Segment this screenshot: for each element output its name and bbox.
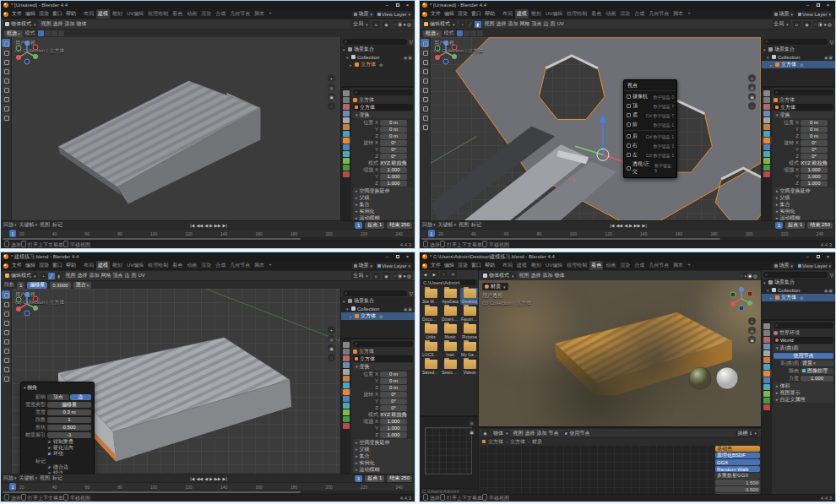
viewport-3d[interactable]: 材质 用户透视 (1) Collection | 立方体 + ◎ bbox=[479, 280, 761, 426]
active-tool-dropdown[interactable]: 框选 bbox=[423, 30, 442, 37]
camera-view-icon[interactable]: ▣ bbox=[328, 344, 335, 352]
material-setting-row[interactable]: 多重散射GGX bbox=[715, 473, 760, 479]
file-path-field[interactable]: C:\Users\Admin\ bbox=[421, 279, 476, 285]
bevel-checkbox[interactable]: ✓锐边 bbox=[47, 470, 91, 474]
camera-view-icon[interactable]: ▣ bbox=[748, 93, 756, 100]
timeline-view-menu[interactable]: 视图 bbox=[40, 474, 50, 482]
material-setting-row[interactable]: Random Walk bbox=[715, 466, 760, 472]
scene-selector[interactable]: 场景 bbox=[352, 11, 374, 18]
segments-field[interactable]: 1 bbox=[17, 282, 24, 289]
ortho-toggle-icon[interactable]: ∷ bbox=[328, 354, 335, 361]
bevel-value-field[interactable]: 1 bbox=[47, 417, 91, 423]
viewport-menu[interactable]: 添加 bbox=[542, 273, 554, 278]
properties-tab-icon[interactable] bbox=[343, 165, 350, 171]
outliner-object-row[interactable]: ▸立方体⚙ bbox=[341, 312, 415, 320]
viewport-menu[interactable]: 顶点 bbox=[531, 21, 543, 26]
bevel-value-field[interactable]: 0.3 m bbox=[47, 409, 91, 415]
zoom-icon[interactable]: + bbox=[748, 317, 756, 325]
tool-icon[interactable] bbox=[2, 95, 10, 103]
transport-button[interactable]: ▶▶ bbox=[214, 476, 221, 481]
blender-menu-icon[interactable] bbox=[3, 263, 8, 268]
workspace-tab[interactable]: 雕刻 bbox=[111, 9, 124, 19]
viewport-menu[interactable]: 视图 bbox=[518, 273, 530, 278]
frame-end-field[interactable]: 结束 250 bbox=[807, 222, 833, 229]
viewport-menu[interactable]: 选择 bbox=[496, 21, 508, 26]
properties-tab-icon[interactable] bbox=[343, 131, 350, 137]
transport-button[interactable]: ▶ bbox=[209, 223, 213, 228]
viewport-menu[interactable]: 视图 bbox=[65, 273, 77, 278]
transform-value-field[interactable]: 0° bbox=[380, 147, 407, 153]
move-view-icon[interactable]: ◎ bbox=[748, 327, 756, 334]
active-tool-dropdown[interactable]: 框选 bbox=[4, 30, 23, 37]
workspace-tab[interactable]: 建模 bbox=[515, 261, 529, 270]
outliner-filter-icon[interactable]: ▽ bbox=[409, 39, 413, 45]
transform-value-field[interactable]: 0° bbox=[380, 154, 407, 160]
viewport-menu[interactable]: 网格 bbox=[519, 21, 531, 26]
frame-start-field[interactable]: 起点 1 bbox=[785, 222, 805, 229]
title-bar[interactable]: * [Unsaved] - Blender 4.4 – × bbox=[1, 1, 415, 9]
workspace-tab[interactable]: 合成 bbox=[214, 9, 227, 19]
bevel-checkbox[interactable]: ✓环绕 bbox=[47, 451, 91, 457]
context-menu-item[interactable]: 底 Ctrl 数字键盘 7 bbox=[624, 111, 676, 120]
tool-icon[interactable] bbox=[2, 76, 10, 84]
workspace-tab[interactable]: 动画 bbox=[185, 9, 198, 19]
transform-section-header[interactable]: ▾变换 bbox=[353, 363, 413, 370]
viewport-menu[interactable]: UV bbox=[556, 21, 565, 26]
material-setting-row[interactable]: 0.500 bbox=[715, 486, 760, 492]
blender-menu-icon[interactable] bbox=[422, 263, 427, 268]
camera-view-icon[interactable]: ▣ bbox=[748, 336, 756, 344]
tool-icon[interactable] bbox=[421, 48, 429, 57]
properties-tab-icon[interactable] bbox=[343, 396, 350, 402]
outliner-filter-icon[interactable]: ▽ bbox=[829, 272, 833, 278]
viewport-menu[interactable]: 添加 bbox=[89, 273, 100, 278]
transport-button[interactable]: ▶| bbox=[223, 476, 227, 481]
tool-icon[interactable] bbox=[2, 57, 10, 66]
properties-tab-icon[interactable] bbox=[763, 350, 770, 356]
properties-search-input[interactable]: ⌕ bbox=[774, 322, 833, 328]
workspace-tab[interactable]: 纹理绘制 bbox=[565, 261, 589, 270]
tool-icon[interactable] bbox=[421, 85, 429, 94]
workspace-tab[interactable]: 着色 bbox=[589, 9, 603, 19]
properties-tab-icon[interactable] bbox=[763, 344, 770, 350]
properties-tab-icon[interactable] bbox=[343, 104, 350, 110]
workspace-tab[interactable]: 雕刻 bbox=[529, 9, 543, 19]
mode-dropdown[interactable]: 物体模式 bbox=[3, 20, 38, 28]
timeline-scrollbar[interactable] bbox=[1, 490, 415, 494]
workspace-tab[interactable]: 雕刻 bbox=[111, 261, 124, 270]
viewport-menu[interactable]: 选择 bbox=[52, 21, 64, 26]
zoom-icon[interactable]: + bbox=[328, 326, 335, 333]
orientation-dropdown[interactable]: 全局 bbox=[772, 20, 790, 28]
outliner-search-input[interactable]: ⌕ bbox=[343, 290, 407, 296]
timeline-markers-menu[interactable]: 标记 bbox=[471, 221, 481, 229]
tool-icon[interactable] bbox=[2, 300, 10, 308]
properties-tab-icon[interactable] bbox=[343, 362, 350, 368]
viewlayer-selector[interactable]: View Layer bbox=[376, 263, 412, 269]
frame-start-field[interactable]: 起点 1 bbox=[365, 475, 384, 482]
tool-icon[interactable] bbox=[2, 374, 10, 382]
transform-value-field[interactable]: 1.000 bbox=[380, 181, 407, 187]
navigation-gizmo[interactable] bbox=[12, 37, 42, 68]
world-name-field[interactable]: World bbox=[774, 337, 833, 344]
properties-tab-icon[interactable] bbox=[763, 404, 770, 410]
workspace-tab[interactable]: 渲染 bbox=[199, 9, 213, 19]
properties-tab-icon[interactable] bbox=[763, 117, 770, 123]
viewport-3d[interactable]: 用户透视 (1) Collection | 立方体 + ◎ ▣ ∷ bbox=[12, 37, 340, 220]
transport-button[interactable]: ◀ bbox=[624, 223, 627, 228]
bevel-value-field[interactable]: 偏移量 bbox=[47, 402, 91, 408]
close-button[interactable]: × bbox=[403, 253, 412, 260]
select-mode-buttons[interactable] bbox=[38, 30, 64, 36]
transform-value-field[interactable]: 0° bbox=[801, 140, 828, 146]
timeline-view-menu[interactable]: 视图 bbox=[40, 221, 50, 229]
workspace-tab[interactable]: + bbox=[267, 261, 274, 270]
folder-item[interactable]: My Games bbox=[460, 341, 478, 358]
transform-value-field[interactable]: 1.000 bbox=[801, 167, 828, 173]
viewport-menu[interactable]: 选择 bbox=[530, 273, 542, 278]
move-view-icon[interactable]: ◎ bbox=[328, 84, 335, 91]
shader-menu[interactable]: 添加 bbox=[536, 431, 548, 436]
workspace-tab[interactable]: UV编辑 bbox=[544, 9, 564, 19]
app-menu-item[interactable]: 帮助 bbox=[64, 11, 78, 16]
context-menu-item[interactable]: 透视/正交 数字键盘 5 bbox=[624, 160, 676, 176]
app-menu-item[interactable]: 文件 bbox=[10, 11, 24, 16]
workspace-tab[interactable]: + bbox=[686, 9, 692, 19]
orientation-dropdown[interactable]: 全局 bbox=[351, 20, 370, 28]
